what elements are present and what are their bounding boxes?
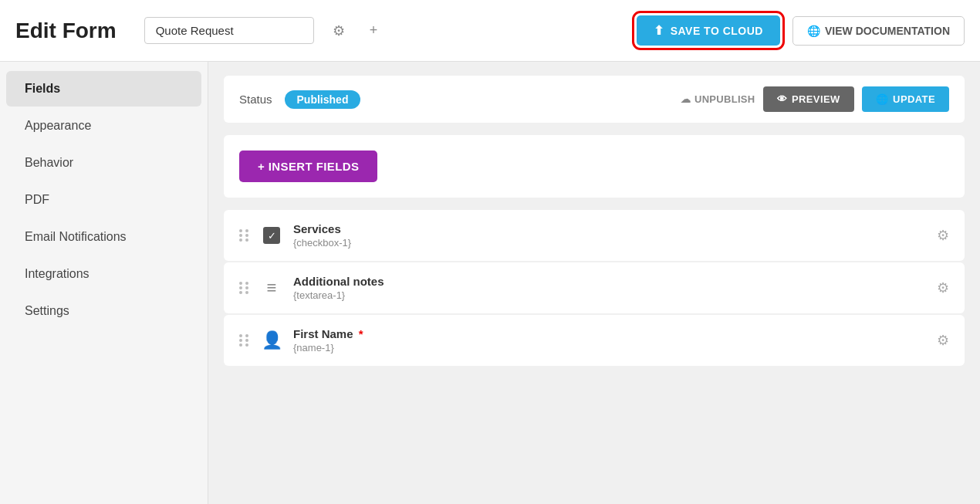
drag-handle[interactable] bbox=[239, 229, 250, 242]
field-settings-button[interactable]: ⚙ bbox=[937, 227, 949, 244]
drag-handle[interactable] bbox=[239, 282, 250, 294]
fields-list: ✓ Services {checkbox-1} ⚙ bbox=[224, 210, 965, 366]
sidebar-item-email-notifications[interactable]: Email Notifications bbox=[6, 219, 201, 255]
checkbox-icon-box: ✓ bbox=[263, 227, 280, 244]
table-row: ✓ Services {checkbox-1} ⚙ bbox=[224, 210, 965, 261]
field-name: First Name * bbox=[293, 327, 363, 340]
field-tag: {checkbox-1} bbox=[293, 237, 351, 249]
form-name-input[interactable] bbox=[144, 17, 314, 44]
field-settings-button[interactable]: ⚙ bbox=[937, 332, 949, 349]
required-asterisk: * bbox=[356, 327, 363, 340]
field-tag: {textarea-1} bbox=[293, 289, 384, 301]
drag-handle[interactable] bbox=[239, 334, 250, 347]
docs-globe-icon: 🌐 bbox=[807, 25, 820, 37]
checkbox-type-icon: ✓ bbox=[261, 225, 282, 246]
sidebar: Fields Appearance Behavior PDF Email Not… bbox=[0, 62, 208, 504]
field-info: First Name * {name-1} bbox=[293, 327, 363, 353]
preview-button[interactable]: 👁 PREVIEW bbox=[763, 86, 854, 112]
field-name: Additional notes bbox=[293, 275, 384, 288]
sidebar-item-behavior[interactable]: Behavior bbox=[6, 145, 201, 181]
page-title: Edit Form bbox=[15, 19, 117, 43]
update-globe-icon: 🌐 bbox=[876, 93, 888, 105]
save-to-cloud-button[interactable]: ⬆ SAVE TO CLOUD bbox=[637, 15, 780, 46]
sidebar-item-appearance[interactable]: Appearance bbox=[6, 108, 201, 144]
table-row: ≡ Additional notes {textarea-1} ⚙ bbox=[224, 262, 965, 313]
status-badge: Published bbox=[285, 90, 361, 109]
main-layout: Fields Appearance Behavior PDF Email Not… bbox=[0, 62, 980, 504]
status-bar: Status Published ☁ UNPUBLISH 👁 PREVIEW 🌐… bbox=[224, 76, 965, 123]
preview-eye-icon: 👁 bbox=[777, 93, 787, 105]
status-actions: ☁ UNPUBLISH 👁 PREVIEW 🌐 UPDATE bbox=[681, 86, 949, 112]
update-button[interactable]: 🌐 UPDATE bbox=[862, 86, 949, 112]
check-icon: ✓ bbox=[268, 230, 276, 242]
field-info: Services {checkbox-1} bbox=[293, 222, 351, 249]
status-label: Status bbox=[239, 93, 272, 106]
field-settings-button[interactable]: ⚙ bbox=[937, 279, 949, 296]
textarea-type-icon: ≡ bbox=[261, 277, 282, 299]
unpublish-button[interactable]: ☁ UNPUBLISH bbox=[681, 93, 755, 105]
header: Edit Form ⚙ + ⬆ SAVE TO CLOUD 🌐 VIEW DOC… bbox=[0, 0, 980, 62]
plus-icon: + bbox=[370, 22, 378, 39]
drag-dots bbox=[239, 229, 250, 242]
insert-fields-button[interactable]: + INSERT FIELDS bbox=[239, 151, 377, 182]
sidebar-item-pdf[interactable]: PDF bbox=[6, 182, 201, 218]
settings-icon-button[interactable]: ⚙ bbox=[326, 19, 351, 42]
cloud-upload-icon: ⬆ bbox=[654, 23, 664, 38]
field-tag: {name-1} bbox=[293, 342, 363, 353]
textarea-lines-icon: ≡ bbox=[267, 278, 277, 298]
view-documentation-button[interactable]: 🌐 VIEW DOCUMENTATION bbox=[792, 16, 965, 46]
table-row: 👤 First Name * {name-1} ⚙ bbox=[224, 315, 965, 366]
drag-dots bbox=[239, 334, 250, 347]
sidebar-item-integrations[interactable]: Integrations bbox=[6, 256, 201, 292]
sidebar-item-fields[interactable]: Fields bbox=[6, 71, 201, 107]
drag-dots bbox=[239, 282, 250, 294]
add-icon-button[interactable]: + bbox=[363, 19, 384, 42]
gear-icon: ⚙ bbox=[333, 22, 345, 39]
insert-fields-section: + INSERT FIELDS bbox=[224, 135, 965, 198]
unpublish-cloud-icon: ☁ bbox=[681, 93, 691, 105]
sidebar-item-settings[interactable]: Settings bbox=[6, 293, 201, 329]
field-name: Services bbox=[293, 222, 351, 235]
field-info: Additional notes {textarea-1} bbox=[293, 275, 384, 301]
person-icon: 👤 bbox=[262, 330, 282, 350]
content-area: Status Published ☁ UNPUBLISH 👁 PREVIEW 🌐… bbox=[208, 62, 980, 504]
person-type-icon: 👤 bbox=[261, 330, 282, 351]
